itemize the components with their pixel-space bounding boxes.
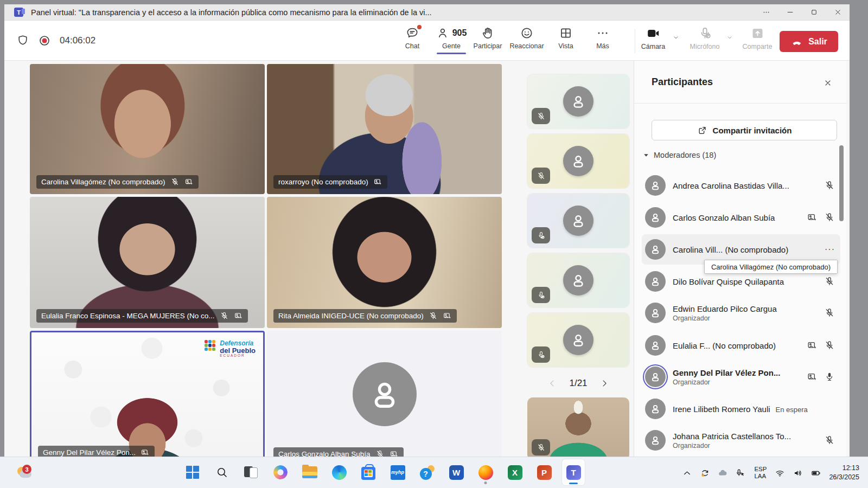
tab-react[interactable]: Reaccionar [509, 26, 545, 50]
taskbar-app-teams[interactable]: T [562, 459, 585, 485]
taskbar-app-copilot[interactable] [269, 459, 292, 485]
video-tile[interactable]: Carlos Gonzalo Alban Subía [267, 331, 502, 457]
taskbar-app-myhp[interactable]: myhp [386, 459, 409, 485]
taskbar-clock[interactable]: 12:13 26/3/2025 [825, 464, 868, 482]
taskbar-app-search[interactable] [210, 459, 233, 485]
video-tile[interactable]: Rita Almeida INIGED-UCE (No comprobado) [267, 197, 502, 328]
taskbar-app-get-help[interactable]: ? [416, 459, 438, 485]
moderators-section-header[interactable]: Moderadores (18) [643, 151, 716, 159]
participant-row[interactable]: Irene Lilibeth Romero YauliEn espera [642, 394, 840, 424]
meeting-stage: Carolina Villagómez (No comprobado) roxa… [4, 61, 850, 457]
tray-chevron-up[interactable] [678, 462, 696, 484]
avatar [645, 239, 666, 260]
participant-name-pill: Genny Del Pilar Vélez Pon... [38, 446, 155, 457]
notification-badge: 3 [22, 465, 31, 474]
person-icon [649, 275, 662, 288]
tray-onedrive[interactable] [714, 462, 732, 484]
share-invitation-button[interactable]: Compartir invitación [652, 120, 837, 140]
participant-thumbnail[interactable] [527, 134, 629, 188]
participant-row[interactable]: Andrea Carolina Bastidas Villa... [642, 170, 840, 201]
avatar [353, 362, 417, 426]
window-maximize-button[interactable] [802, 4, 826, 21]
taskbar-app-task-view[interactable] [240, 459, 263, 485]
microphone-button[interactable]: Micrófono [685, 26, 724, 50]
camera-button[interactable]: Cámara [636, 26, 670, 50]
moderators-section-label: Moderadores (18) [654, 151, 716, 159]
taskbar-app-firefox[interactable] [474, 459, 497, 485]
participant-thumbnail[interactable] [527, 74, 629, 129]
video-tile[interactable]: Carolina Villagómez (No comprobado) [30, 64, 265, 194]
share-label: Comparte [743, 43, 773, 50]
person-icon [569, 211, 588, 230]
tab-chat[interactable]: Chat [394, 26, 430, 50]
video-tile[interactable]: roxarroyo (No comprobado) [267, 64, 502, 194]
window-more-button[interactable] [754, 4, 778, 21]
running-indicator [484, 481, 487, 484]
camera-chevron-icon[interactable] [672, 34, 680, 41]
mic-off-icon [824, 180, 835, 191]
participant-thumbnail[interactable] [527, 313, 629, 367]
taskbar-app-edge[interactable] [328, 459, 350, 485]
tray-voice-access[interactable] [732, 462, 750, 484]
participant-name: roxarroyo (No comprobado) [278, 178, 368, 186]
participant-text: Andrea Carolina Bastidas Villa... [673, 181, 824, 190]
powerpoint-icon: P [537, 465, 552, 480]
clock-date: 26/3/2025 [829, 473, 859, 482]
person-icon [569, 92, 588, 111]
participant-row[interactable]: Genny Del Pilar Vélez Pon... Organizador [642, 362, 840, 392]
tray-wifi[interactable] [771, 462, 789, 484]
voice-access-icon [736, 468, 746, 478]
taskbar-app-word[interactable]: W [445, 459, 468, 485]
tray-battery[interactable] [807, 462, 825, 484]
video-tile-active-speaker[interactable]: Defensoría del Pueblo ECUADOR Genny Del … [30, 331, 265, 457]
participant-text: Eulalia F... (No comprobado) [673, 341, 807, 350]
mic-denied-icon [537, 291, 546, 300]
share-invitation-icon [697, 125, 707, 136]
participants-panel: Participantes Compartir invitación Moder… [634, 61, 846, 457]
participant-name-pill: Carlos Gonzalo Alban Subía [273, 447, 404, 457]
widgets-button[interactable]: 3 [12, 463, 37, 483]
share-button[interactable]: Comparte [738, 26, 777, 50]
taskbar-app-file-explorer[interactable] [298, 459, 321, 485]
tray-update[interactable] [696, 462, 714, 484]
mic-off-icon [220, 311, 229, 320]
self-video-thumbnail[interactable] [527, 397, 629, 457]
participant-thumbnail[interactable] [527, 194, 629, 248]
scrollbar-thumb[interactable] [839, 145, 844, 221]
share-screen-icon [750, 26, 765, 41]
participant-icons [807, 340, 835, 351]
taskbar-app-powerpoint[interactable]: P [533, 459, 556, 485]
more-options-icon[interactable]: ··· [825, 245, 835, 254]
tab-raise-hand[interactable]: Participar [470, 26, 506, 50]
logo-text-line2: del Pueblo [220, 347, 256, 355]
taskbar-app-store[interactable] [357, 459, 380, 485]
avatar [563, 206, 593, 236]
tray-volume[interactable] [789, 462, 807, 484]
avatar [563, 325, 593, 355]
leave-button[interactable]: Salir [780, 31, 838, 52]
participant-name: Rita Almeida INIGED-UCE (No comprobado) [278, 312, 424, 320]
window-minimize-button[interactable] [778, 4, 802, 21]
taskbar-app-start[interactable] [181, 459, 204, 485]
tab-people[interactable]: 905 Gente [431, 26, 472, 54]
close-panel-button[interactable] [821, 76, 835, 90]
microphone-chevron-icon[interactable] [726, 34, 733, 41]
maximize-icon [810, 8, 818, 16]
participant-row[interactable]: Carlos Gonzalo Alban Subía [642, 202, 840, 233]
participant-row[interactable]: Eulalia F... (No comprobado) [642, 330, 840, 361]
next-page-icon[interactable] [599, 378, 609, 388]
participant-thumbnail[interactable] [527, 253, 629, 307]
tab-view[interactable]: Vista [548, 26, 584, 50]
taskbar-app-excel[interactable]: X [503, 459, 526, 485]
mic-status-badge [532, 108, 550, 124]
tab-more[interactable]: Más [585, 26, 621, 50]
previous-page-icon[interactable] [547, 378, 557, 388]
window-close-button[interactable] [826, 4, 850, 21]
tab-chat-label: Chat [405, 42, 419, 50]
weather-icon: 3 [16, 466, 33, 480]
video-tile[interactable]: Eulalia Franco Espinosa - MEGA MUJERES (… [30, 197, 265, 328]
participant-row[interactable]: Edwin Eduardo Pilco Cargua Organizador [642, 298, 840, 328]
people-icon [436, 26, 450, 40]
participant-row[interactable]: Johana Patricia Castellanos To... Organi… [642, 425, 840, 455]
tray-language[interactable]: ESPLAA [750, 466, 771, 480]
